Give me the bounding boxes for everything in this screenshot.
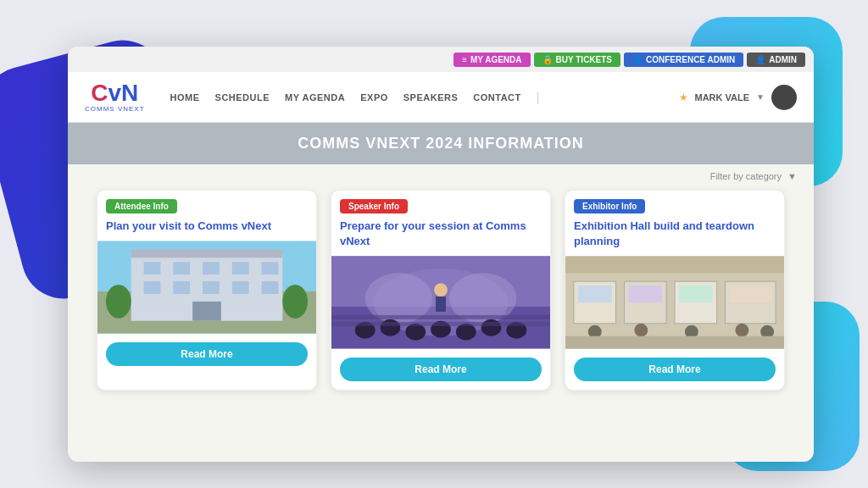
my-agenda-admin-button[interactable]: ≡ MY AGENDA (453, 53, 530, 67)
page-banner: COMMS VNEXT 2024 INFORMATION (68, 123, 814, 164)
card-title-attendee: Plan your visit to Comms vNext (97, 219, 316, 241)
svg-rect-10 (173, 281, 190, 294)
user-icon: 👤 (632, 55, 643, 64)
nav-home[interactable]: HOME (170, 92, 200, 103)
svg-rect-7 (232, 262, 249, 274)
filter-row: Filter by category ▼ (85, 171, 797, 181)
svg-rect-5 (173, 262, 190, 274)
nav-links: HOME SCHEDULE MY AGENDA EXPO SPEAKERS CO… (170, 91, 679, 104)
nav-speakers[interactable]: SPEAKERS (403, 92, 459, 103)
svg-rect-31 (331, 315, 550, 319)
content-area: Filter by category ▼ Attendee Info Plan … (68, 164, 814, 403)
svg-point-15 (106, 285, 131, 319)
nav-my-agenda[interactable]: MY AGENDA (285, 92, 345, 103)
svg-point-16 (282, 285, 308, 319)
logo-area: CvN Comms vNext (85, 81, 145, 113)
card-btn-area-exhibitor: Read More (565, 349, 784, 390)
cards-container: Attendee Info Plan your visit to Comms v… (85, 190, 797, 391)
svg-rect-8 (262, 262, 279, 274)
buy-tickets-button[interactable]: 🔒 BUY TICKETS (534, 53, 621, 67)
svg-rect-23 (436, 297, 446, 312)
svg-rect-13 (262, 281, 279, 294)
card-btn-area-attendee: Read More (97, 334, 316, 374)
card-badge-speaker: Speaker Info (340, 199, 408, 214)
svg-rect-40 (628, 286, 662, 303)
svg-rect-11 (203, 281, 220, 294)
svg-point-22 (434, 284, 448, 297)
card-speaker: Speaker Info Prepare for your session at… (331, 190, 551, 391)
svg-point-44 (634, 324, 648, 337)
svg-rect-39 (578, 286, 612, 303)
admin-button[interactable]: 👤 ADMIN (747, 53, 805, 67)
admin-label: ADMIN (769, 55, 797, 64)
admin-bar: ≡ MY AGENDA 🔒 BUY TICKETS 👤 CONFERENCE A… (68, 47, 814, 72)
svg-rect-42 (730, 286, 772, 303)
buy-tickets-label: BUY TICKETS (556, 55, 613, 64)
svg-rect-6 (203, 262, 220, 274)
browser-window: ≡ MY AGENDA 🔒 BUY TICKETS 👤 CONFERENCE A… (68, 47, 814, 462)
nav-schedule[interactable]: SCHEDULE (215, 92, 270, 103)
my-agenda-admin-label: MY AGENDA (470, 55, 522, 64)
nav-expo[interactable]: EXPO (360, 92, 388, 103)
avatar (771, 85, 797, 110)
card-image-attendee (97, 241, 316, 334)
card-badge-attendee: Attendee Info (106, 199, 177, 214)
svg-rect-3 (131, 250, 283, 258)
svg-rect-4 (144, 262, 161, 274)
star-icon: ★ (679, 92, 688, 103)
svg-rect-34 (565, 257, 784, 274)
card-attendee: Attendee Info Plan your visit to Comms v… (97, 190, 317, 391)
svg-rect-9 (144, 281, 161, 294)
agenda-icon: ≡ (462, 55, 467, 64)
nav-user-name: MARK VALE (695, 92, 750, 103)
card-image-speaker (331, 256, 550, 349)
svg-rect-48 (565, 336, 784, 349)
lock-icon: 🔒 (542, 55, 553, 64)
filter-chevron-icon: ▼ (787, 171, 797, 181)
card-title-speaker: Prepare for your session at Comms vNext (331, 219, 550, 256)
card-title-exhibitor: Exhibition Hall build and teardown plann… (565, 219, 784, 256)
card-image-exhibitor (565, 256, 784, 349)
page-title: COMMS VNEXT 2024 INFORMATION (80, 135, 802, 152)
svg-rect-41 (679, 286, 713, 303)
logo-subtitle: Comms vNext (85, 105, 145, 113)
nav-bar: CvN Comms vNext HOME SCHEDULE MY AGENDA … (68, 72, 814, 123)
nav-contact[interactable]: CONTACT (473, 92, 520, 103)
card-btn-area-speaker: Read More (331, 349, 550, 390)
read-more-button-speaker[interactable]: Read More (340, 358, 542, 381)
read-more-button-exhibitor[interactable]: Read More (574, 358, 776, 381)
card-badge-exhibitor: Exhibitor Info (574, 199, 645, 214)
logo-text: CvN (91, 81, 138, 105)
chevron-down-icon: ▼ (756, 92, 765, 102)
read-more-button-attendee[interactable]: Read More (106, 342, 308, 366)
conference-admin-label: CONFERENCE ADMIN (646, 55, 735, 64)
admin-user-icon: 👤 (755, 55, 765, 64)
svg-rect-12 (232, 281, 249, 294)
nav-user[interactable]: ★ MARK VALE ▼ (679, 85, 797, 110)
svg-point-46 (735, 324, 748, 337)
svg-rect-32 (331, 322, 550, 326)
svg-rect-14 (192, 302, 221, 321)
filter-label: Filter by category (710, 171, 782, 181)
nav-divider: | (537, 91, 540, 104)
card-exhibitor: Exhibitor Info Exhibition Hall build and… (565, 190, 785, 391)
conference-admin-button[interactable]: 👤 CONFERENCE ADMIN (624, 53, 743, 67)
